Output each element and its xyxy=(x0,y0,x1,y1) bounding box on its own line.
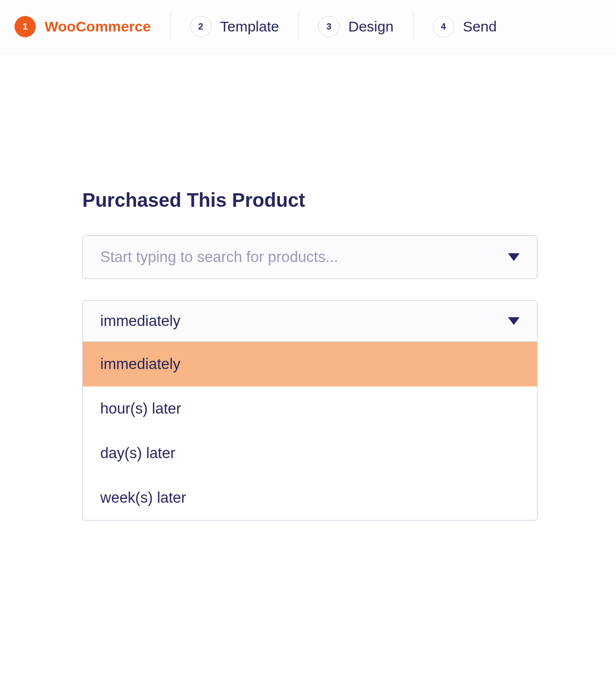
step-separator xyxy=(413,12,414,41)
step-send[interactable]: 4 Send xyxy=(433,16,497,37)
timing-dropdown: immediately immediately hour(s) later da… xyxy=(82,300,538,521)
step-template[interactable]: 2 Template xyxy=(190,16,279,37)
step-number-3: 3 xyxy=(318,16,339,37)
section-title: Purchased This Product xyxy=(82,189,534,211)
step-label-template: Template xyxy=(220,18,279,35)
caret-down-icon xyxy=(508,317,520,325)
step-design[interactable]: 3 Design xyxy=(318,16,393,37)
step-number-4: 4 xyxy=(433,16,454,37)
step-separator xyxy=(298,12,299,41)
step-label-design: Design xyxy=(348,18,393,35)
wizard-stepper: 1 WooCommerce 2 Template 3 Design 4 Send xyxy=(0,0,616,54)
timing-option-hours[interactable]: hour(s) later xyxy=(83,386,537,431)
caret-down-icon xyxy=(508,253,520,261)
step-number-2: 2 xyxy=(190,16,212,37)
main-content: Purchased This Product Start typing to s… xyxy=(0,54,616,521)
timing-option-immediately[interactable]: immediately xyxy=(83,342,537,386)
timing-option-days[interactable]: day(s) later xyxy=(83,431,537,476)
timing-selected-value: immediately xyxy=(100,312,180,330)
step-woocommerce[interactable]: 1 WooCommerce xyxy=(15,16,151,37)
step-number-1: 1 xyxy=(15,16,36,37)
step-separator xyxy=(170,12,171,41)
step-label-send: Send xyxy=(463,18,497,35)
product-search-placeholder: Start typing to search for products... xyxy=(100,248,338,266)
timing-option-weeks[interactable]: week(s) later xyxy=(83,476,537,520)
timing-dropdown-toggle[interactable]: immediately xyxy=(83,301,537,342)
product-search-select[interactable]: Start typing to search for products... xyxy=(82,235,538,279)
step-label-woocommerce: WooCommerce xyxy=(45,18,151,35)
